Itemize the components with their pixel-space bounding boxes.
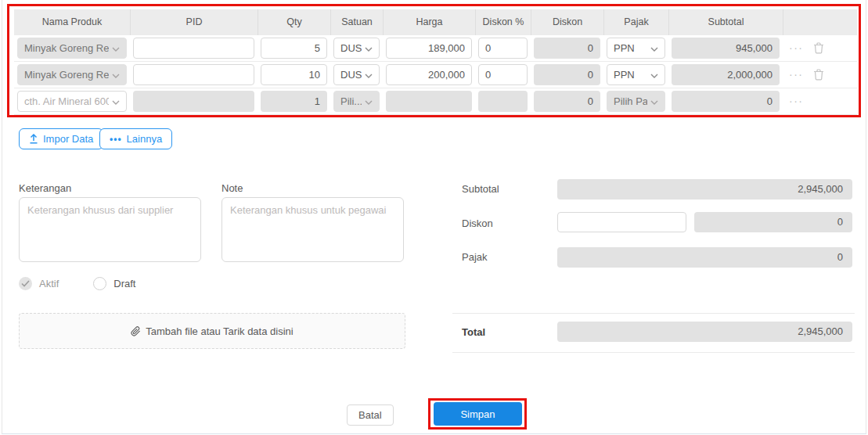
- simpan-button[interactable]: Simpan: [434, 402, 522, 426]
- subtotal-field: 2,000,000: [672, 64, 780, 85]
- qty-input[interactable]: [261, 38, 327, 59]
- subtotal-total-field: 2,945,000: [557, 179, 852, 200]
- col-header-diskon-pct: Diskon %: [475, 9, 531, 35]
- col-header-diskon: Diskon: [531, 9, 603, 35]
- diskon-pct-input[interactable]: [478, 64, 528, 85]
- table-row: Minyak Goreng Refill 1L DUS 0 PPN 945,00…: [14, 35, 857, 62]
- product-select-value: Minyak Goreng Refill 1L: [24, 42, 109, 54]
- pajak-select[interactable]: PPN: [607, 64, 665, 85]
- col-header-subtotal: Subtotal: [668, 9, 783, 35]
- product-select-value: Minyak Goreng Refill 2L: [24, 69, 109, 81]
- diskon-pct-input[interactable]: [478, 38, 528, 59]
- pid-input[interactable]: [133, 64, 254, 85]
- batal-button[interactable]: Batal: [347, 404, 394, 426]
- subtotal-field: 0: [672, 91, 780, 112]
- diskon-field: 0: [534, 64, 600, 85]
- pajak-summary-field: 0: [557, 247, 852, 268]
- pajak-select-value: PPN: [614, 69, 647, 81]
- product-select[interactable]: Minyak Goreng Refill 2L: [17, 64, 127, 85]
- table-row-placeholder: cth. Air Mineral 600 ml 1 Pili... 0 Pili…: [14, 88, 857, 115]
- total-label: Total: [462, 326, 485, 338]
- checkmark-icon: [19, 277, 32, 290]
- satuan-select-placeholder: Pili...: [340, 95, 362, 107]
- chevron-down-icon: [112, 42, 120, 54]
- col-header-pid: PID: [130, 9, 258, 35]
- impor-data-label: Impor Data: [43, 133, 93, 145]
- aktif-label: Aktif: [39, 278, 59, 289]
- row-more-icon[interactable]: ···: [789, 91, 804, 112]
- diskon-label: Diskon: [462, 218, 493, 229]
- delete-row-icon[interactable]: [813, 42, 824, 54]
- impor-data-button[interactable]: Impor Data: [19, 128, 103, 149]
- qty-field-disabled: 1: [261, 91, 327, 112]
- satuan-select-value: DUS: [340, 42, 362, 54]
- pid-input[interactable]: [133, 38, 254, 59]
- lainnya-button[interactable]: ••• Lainnya: [99, 128, 172, 149]
- diskon-field: 0: [534, 38, 600, 59]
- note-label: Note: [222, 182, 243, 194]
- product-select-placeholder: cth. Air Mineral 600 ml: [24, 95, 109, 107]
- row-more-icon[interactable]: ···: [789, 38, 804, 59]
- diskon-pct-field-disabled: [478, 91, 528, 112]
- draft-checkbox[interactable]: Draft: [93, 277, 135, 290]
- pid-field-disabled: [133, 91, 254, 112]
- total-field: 2,945,000: [557, 322, 852, 342]
- product-select[interactable]: Minyak Goreng Refill 1L: [17, 38, 127, 59]
- line-items-table: Nama Produk PID Qty Satuan Harga Diskon …: [14, 9, 857, 115]
- draft-label: Draft: [113, 278, 135, 289]
- ellipsis-icon: •••: [110, 134, 122, 145]
- keterangan-label: Keterangan: [19, 182, 71, 194]
- qty-input[interactable]: [261, 64, 327, 85]
- chevron-down-icon: [112, 69, 120, 81]
- subtotal-label: Subtotal: [462, 183, 499, 195]
- upload-icon: [29, 134, 38, 144]
- total-divider-top: [452, 313, 855, 314]
- col-header-harga: Harga: [383, 9, 475, 35]
- pajak-select-value: PPN: [614, 42, 647, 54]
- chevron-down-icon: [650, 42, 658, 54]
- pajak-select-disabled: Pilih Pajak: [607, 91, 665, 112]
- note-textarea[interactable]: [222, 197, 404, 262]
- chevron-down-icon: [365, 95, 373, 107]
- chevron-down-icon: [365, 42, 373, 54]
- col-header-satuan: Satuan: [330, 9, 383, 35]
- keterangan-textarea[interactable]: [19, 197, 201, 262]
- satuan-select[interactable]: DUS: [333, 38, 380, 59]
- paperclip-icon: [131, 326, 141, 336]
- pajak-select-placeholder: Pilih Pajak: [614, 95, 647, 107]
- status-checkboxes: Aktif Draft: [19, 277, 135, 290]
- col-header-actions: [783, 9, 857, 35]
- checkbox-empty-icon: [93, 277, 106, 290]
- row-more-icon[interactable]: ···: [789, 64, 804, 85]
- satuan-select-disabled: Pili...: [333, 91, 380, 112]
- lainnya-label: Lainnya: [127, 133, 163, 145]
- table-header-row: Nama Produk PID Qty Satuan Harga Diskon …: [14, 9, 857, 35]
- pajak-select[interactable]: PPN: [607, 38, 665, 59]
- col-header-pajak: Pajak: [603, 9, 668, 35]
- chevron-down-icon: [365, 69, 373, 81]
- satuan-select-value: DUS: [340, 69, 362, 81]
- col-header-qty: Qty: [258, 9, 330, 35]
- chevron-down-icon: [650, 95, 658, 107]
- chevron-down-icon: [650, 69, 658, 81]
- satuan-select[interactable]: DUS: [333, 64, 380, 85]
- harga-field-disabled: [386, 91, 472, 112]
- diskon-summary-field: 0: [694, 212, 852, 232]
- table-row: Minyak Goreng Refill 2L DUS 0 PPN 2,000,…: [14, 62, 857, 88]
- chevron-down-icon: [112, 95, 120, 107]
- total-divider-bottom: [452, 352, 855, 353]
- delete-row-icon[interactable]: [813, 69, 824, 81]
- file-dropzone[interactable]: Tambah file atau Tarik data disini: [19, 313, 405, 349]
- product-select[interactable]: cth. Air Mineral 600 ml: [17, 91, 127, 112]
- pajak-label: Pajak: [462, 251, 488, 263]
- harga-input[interactable]: [386, 38, 472, 59]
- dropzone-label: Tambah file atau Tarik data disini: [146, 325, 293, 337]
- aktif-checkbox[interactable]: Aktif: [19, 277, 59, 290]
- diskon-field: 0: [534, 91, 600, 112]
- diskon-summary-input[interactable]: [557, 212, 686, 232]
- harga-input[interactable]: [386, 64, 472, 85]
- col-header-nama-produk: Nama Produk: [14, 9, 130, 35]
- subtotal-field: 945,000: [672, 38, 780, 59]
